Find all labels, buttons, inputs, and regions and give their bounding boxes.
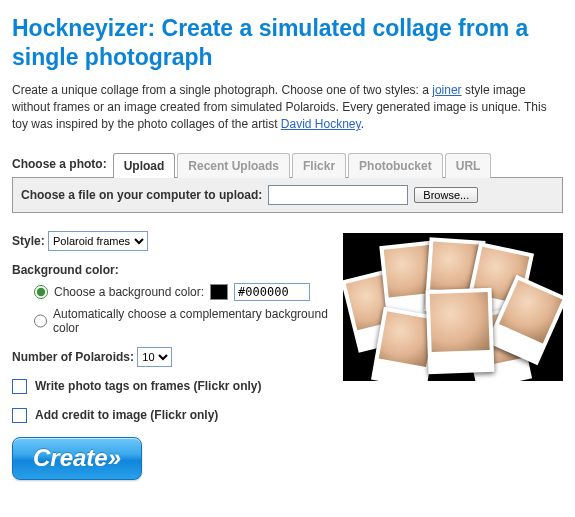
hockney-link[interactable]: David Hockney: [281, 117, 361, 131]
tab-upload[interactable]: Upload: [113, 153, 176, 178]
tab-recent-uploads[interactable]: Recent Uploads: [177, 153, 290, 178]
add-credit-label: Add credit to image (Flickr only): [35, 408, 218, 422]
choose-photo-label: Choose a photo:: [12, 157, 107, 177]
bgcolor-hex-input[interactable]: [234, 283, 310, 301]
bgcolor-choose-radio[interactable]: [34, 285, 48, 299]
intro-seg-1: Create a unique collage from a single ph…: [12, 83, 432, 97]
tab-url[interactable]: URL: [445, 153, 492, 178]
bgcolor-choose-label: Choose a background color:: [54, 285, 204, 299]
bgcolor-auto-label: Automatically choose a complementary bac…: [53, 307, 331, 335]
source-tabs: Choose a photo: Upload Recent Uploads Fl…: [12, 152, 563, 177]
upload-label: Choose a file on your computer to upload…: [21, 188, 262, 202]
sample-collage-image: [343, 233, 563, 381]
page-title: Hockneyizer: Create a simulated collage …: [12, 14, 563, 72]
numpol-select[interactable]: 10: [137, 347, 172, 367]
write-tags-label: Write photo tags on frames (Flickr only): [35, 379, 261, 393]
bgcolor-auto-radio[interactable]: [34, 314, 47, 328]
write-tags-checkbox[interactable]: [12, 379, 27, 394]
tab-flickr[interactable]: Flickr: [292, 153, 346, 178]
style-select[interactable]: Polaroid frames: [48, 231, 148, 251]
bgcolor-heading: Background color:: [12, 263, 331, 277]
joiner-link[interactable]: joiner: [432, 83, 461, 97]
intro-seg-3: .: [361, 117, 364, 131]
tab-photobucket[interactable]: Photobucket: [348, 153, 443, 178]
browse-button[interactable]: Browse...: [414, 187, 478, 203]
bgcolor-swatch[interactable]: [210, 284, 228, 300]
add-credit-checkbox[interactable]: [12, 408, 27, 423]
file-path-field[interactable]: [268, 185, 408, 205]
upload-panel: Choose a file on your computer to upload…: [12, 177, 563, 213]
style-label: Style:: [12, 234, 45, 248]
numpol-label: Number of Polaroids:: [12, 350, 134, 364]
create-button[interactable]: Create»: [12, 437, 142, 480]
intro-text: Create a unique collage from a single ph…: [12, 82, 563, 134]
